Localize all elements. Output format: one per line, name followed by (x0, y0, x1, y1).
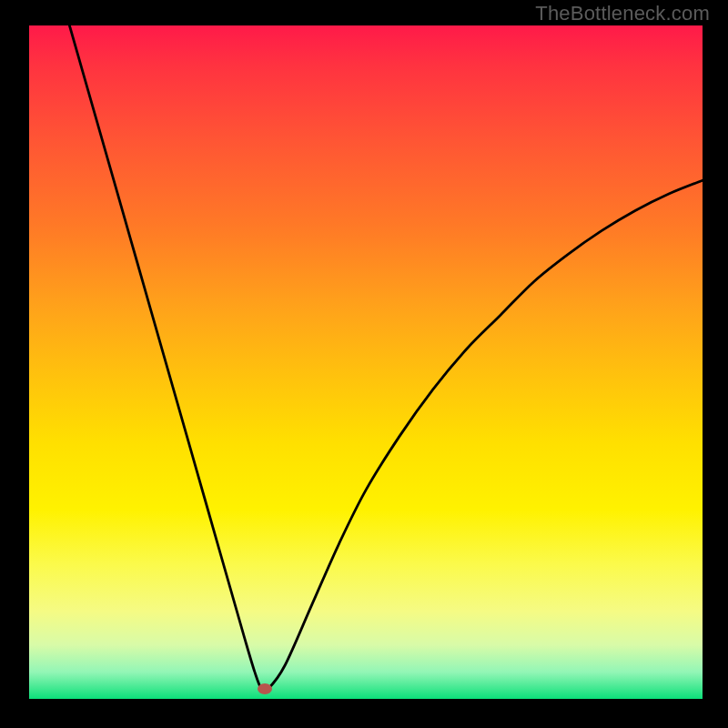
bottleneck-curve (69, 25, 703, 692)
chart-plot-area (29, 25, 703, 699)
chart-svg (29, 25, 703, 699)
optimum-marker (258, 683, 272, 694)
watermark-text: TheBottleneck.com (535, 2, 710, 25)
